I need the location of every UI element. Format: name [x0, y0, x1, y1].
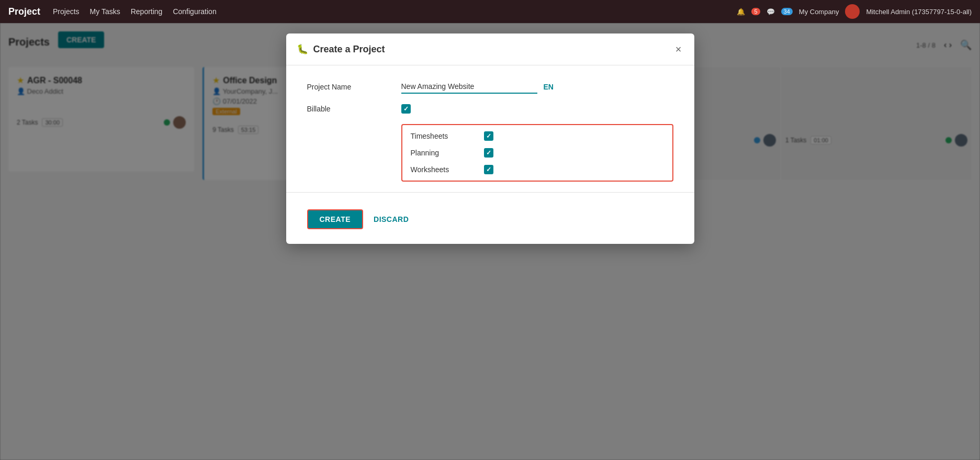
worksheets-label: Worksheets: [411, 165, 474, 174]
user-name[interactable]: Mitchell Admin (17357797-15-0-all): [866, 8, 972, 16]
worksheets-checkbox[interactable]: [484, 165, 493, 174]
close-button[interactable]: ×: [673, 42, 684, 57]
modal-divider: [286, 192, 694, 193]
navbar-right: 🔔 5 💬 34 My Company Mitchell Admin (1735…: [737, 4, 972, 19]
project-name-value: EN: [401, 80, 554, 94]
billable-checkbox[interactable]: [401, 104, 411, 114]
worksheets-row: Worksheets: [411, 165, 664, 174]
project-name-input[interactable]: [401, 80, 537, 94]
billable-row: Billable: [307, 104, 673, 114]
notification-icon[interactable]: 🔔: [737, 8, 745, 16]
create-button[interactable]: CREATE: [307, 209, 364, 229]
planning-label: Planning: [411, 149, 474, 157]
timesheets-checkbox[interactable]: [484, 131, 493, 141]
navbar-nav: Projects My Tasks Reporting Configuratio…: [53, 7, 724, 16]
nav-reporting[interactable]: Reporting: [131, 7, 163, 16]
nav-projects[interactable]: Projects: [53, 7, 80, 16]
modal-bug-icon: 🐛: [297, 43, 308, 55]
project-name-label: Project Name: [307, 83, 391, 91]
company-name[interactable]: My Company: [799, 8, 839, 16]
planning-checkbox[interactable]: [484, 148, 493, 158]
modal-footer: CREATE DISCARD: [307, 205, 673, 229]
discard-button[interactable]: DISCARD: [371, 210, 411, 228]
user-avatar: [845, 4, 860, 19]
modal-body: Project Name EN Billable Timesheets: [286, 65, 694, 244]
modal-header: 🐛 Create a Project ×: [286, 33, 694, 65]
notification-count: 5: [751, 8, 760, 15]
nav-configuration[interactable]: Configuration: [173, 7, 216, 16]
planning-row: Planning: [411, 148, 664, 158]
message-icon[interactable]: 💬: [767, 8, 775, 16]
nav-my-tasks[interactable]: My Tasks: [90, 7, 120, 16]
project-name-row: Project Name EN: [307, 80, 673, 94]
timesheets-row: Timesheets: [411, 131, 664, 141]
billable-label: Billable: [307, 105, 391, 113]
language-badge[interactable]: EN: [544, 83, 554, 91]
navbar: Project Projects My Tasks Reporting Conf…: [0, 0, 980, 23]
timesheets-label: Timesheets: [411, 132, 474, 140]
app-brand[interactable]: Project: [8, 6, 40, 17]
highlighted-options-section: Timesheets Planning Worksheets: [401, 124, 673, 182]
modal-title: Create a Project: [313, 44, 668, 55]
message-count: 34: [781, 8, 793, 15]
modal-overlay: 🐛 Create a Project × Project Name EN Bil…: [0, 23, 980, 460]
create-project-modal: 🐛 Create a Project × Project Name EN Bil…: [286, 33, 694, 244]
